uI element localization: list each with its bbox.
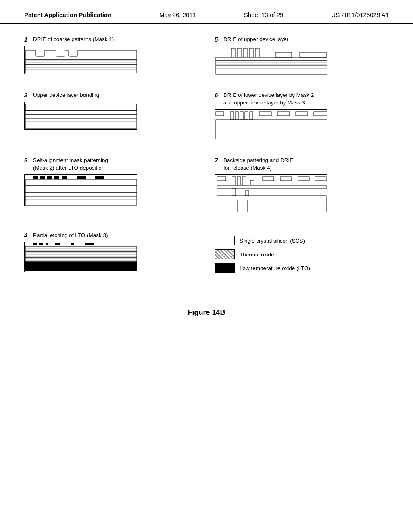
step-7-block: 7 Backside pattering and DRIE for releas… [215, 157, 389, 217]
step-5-label: DRIE of upper device layer [223, 36, 288, 44]
step-3-label: Self-alignment mask patterning (Mask 2) … [33, 157, 108, 172]
svg-rect-87 [39, 243, 43, 245]
svg-rect-9 [78, 50, 137, 56]
step-4-title: 4 Partial etching of LTO (Mask 3) [24, 232, 198, 239]
step-7-title: 7 Backside pattering and DRIE for releas… [215, 157, 389, 172]
svg-rect-21 [275, 52, 292, 57]
step-7-diagram [215, 174, 327, 216]
svg-rect-18 [249, 48, 253, 57]
svg-rect-16 [237, 48, 241, 57]
step-5-num: 5 [215, 36, 221, 43]
legend-section: Single crystal silicon (SCS) Thermal oxi… [215, 236, 389, 277]
svg-rect-88 [46, 243, 48, 245]
svg-rect-20 [216, 57, 327, 60]
legend-scs-box [215, 236, 235, 245]
svg-rect-86 [33, 243, 37, 245]
svg-rect-8 [65, 50, 68, 56]
svg-rect-71 [263, 177, 274, 181]
svg-rect-92 [25, 246, 137, 252]
svg-rect-53 [40, 176, 45, 179]
svg-rect-58 [95, 176, 104, 179]
svg-rect-47 [216, 123, 327, 127]
svg-rect-46 [216, 120, 327, 123]
svg-rect-30 [25, 110, 137, 114]
svg-rect-55 [54, 176, 59, 179]
main-content: 1 DRIE of coarse patterns (Mask 1) [0, 24, 413, 296]
svg-rect-57 [77, 176, 86, 179]
step-1-label: DRIE of coarse patterns (Mask 1) [33, 36, 114, 44]
svg-rect-11 [25, 65, 137, 73]
legend-thermal-box [215, 249, 235, 259]
svg-rect-91 [85, 243, 94, 245]
step-1-title: 1 DRIE of coarse patterns (Mask 1) [24, 36, 198, 44]
svg-rect-54 [47, 176, 52, 179]
svg-rect-60 [25, 186, 137, 192]
svg-rect-77 [245, 191, 249, 196]
svg-rect-45 [314, 112, 327, 116]
svg-rect-48 [216, 127, 327, 139]
step-6-title: 6 DRIE of lower device layer by Mask 2 a… [215, 91, 389, 107]
step-5-title: 5 DRIE of upper device layer [215, 36, 389, 44]
svg-rect-76 [232, 189, 236, 196]
page: Patent Application Publication May 26, 2… [0, 0, 413, 532]
svg-rect-73 [298, 177, 309, 181]
svg-rect-42 [259, 112, 271, 116]
step-5-block: 5 DRIE of upper device layer [215, 36, 389, 76]
step-2-label: Upper device layer bonding [33, 91, 99, 99]
header-publication: Patent Application Publication [24, 11, 111, 18]
svg-rect-36 [216, 112, 224, 116]
svg-rect-31 [25, 114, 137, 118]
legend-thermal-label: Thermal oxide [240, 251, 274, 258]
svg-rect-68 [237, 177, 241, 185]
svg-rect-23 [216, 60, 327, 65]
svg-rect-6 [25, 50, 36, 56]
legend-lto-label: Low temperature oxide (LTO) [240, 265, 310, 271]
svg-rect-94 [25, 258, 137, 262]
step-2-title: 2 Upper device layer bonding [24, 91, 198, 99]
step-6-diagram [215, 109, 327, 141]
svg-rect-17 [243, 48, 247, 57]
step-6-label: DRIE of lower device layer by Mask 2 and… [223, 91, 314, 107]
svg-rect-38 [235, 112, 238, 120]
svg-rect-59 [25, 179, 137, 186]
step-6-block: 6 DRIE of lower device layer by Mask 2 a… [215, 91, 389, 141]
step-6-num: 6 [215, 91, 221, 98]
svg-rect-66 [217, 177, 226, 181]
step-3-num: 3 [24, 157, 31, 164]
figure-caption: Figure 14B [0, 308, 413, 317]
svg-rect-41 [250, 112, 253, 120]
legend-lto-item: Low temperature oxide (LTO) [215, 263, 389, 273]
svg-rect-75 [217, 185, 326, 189]
step-2-block: 2 Upper device layer bonding [24, 91, 198, 141]
svg-rect-40 [245, 112, 248, 120]
step-4-diagram [24, 242, 137, 272]
svg-rect-70 [250, 180, 254, 185]
legend-lto-box [215, 263, 235, 273]
svg-rect-78 [217, 196, 326, 200]
step-1-diagram [24, 46, 137, 74]
header-sheet: Sheet 13 of 29 [244, 11, 284, 18]
svg-rect-32 [25, 118, 137, 128]
svg-rect-24 [216, 65, 327, 74]
header-date: May 26, 2011 [159, 11, 196, 18]
svg-rect-67 [232, 177, 236, 185]
legend-scs-label: Single crystal silicon (SCS) [240, 238, 305, 244]
step-1-num: 1 [24, 36, 31, 43]
legend-scs-item: Single crystal silicon (SCS) [215, 236, 389, 245]
svg-rect-61 [25, 192, 137, 196]
header-patent: US 2011/0125029 A1 [331, 11, 389, 18]
svg-rect-19 [255, 48, 259, 57]
svg-rect-44 [296, 112, 308, 116]
step-3-diagram [24, 174, 137, 206]
svg-rect-37 [230, 112, 234, 120]
svg-rect-89 [55, 243, 60, 245]
step-7-num: 7 [215, 157, 221, 164]
step-2-diagram [24, 102, 137, 130]
svg-rect-80 [247, 200, 326, 212]
svg-rect-7 [45, 50, 56, 56]
svg-rect-43 [277, 112, 290, 116]
step-4-label: Partial etching of LTO (Mask 3) [33, 232, 108, 239]
step-1-block: 1 DRIE of coarse patterns (Mask 1) [24, 36, 198, 76]
step-4-num: 4 [24, 232, 31, 239]
step-3-block: 3 Self-alignment mask patterning (Mask 2… [24, 157, 198, 217]
